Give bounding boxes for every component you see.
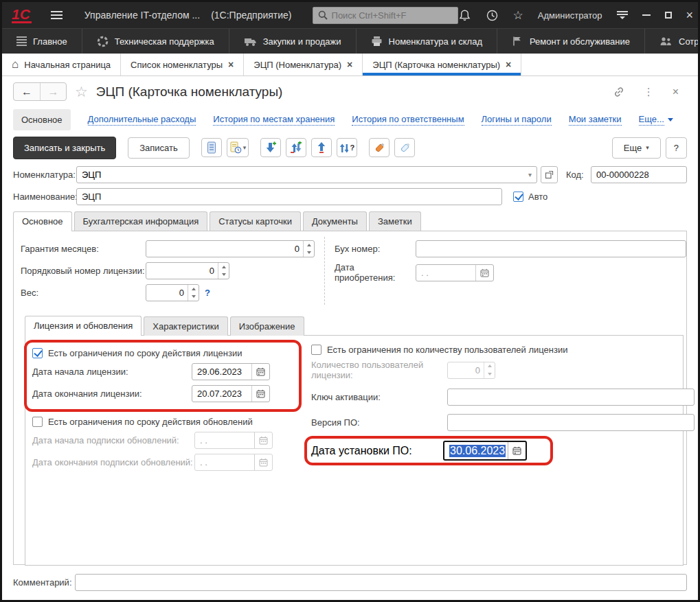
service-menu-icon[interactable] [617, 11, 628, 19]
spin-up-icon[interactable] [218, 263, 229, 271]
license-end-input[interactable]: 20.07.2023 [192, 385, 270, 402]
weight-spinner[interactable]: 0 [146, 284, 199, 301]
warranty-spinner[interactable]: 0 [146, 240, 315, 257]
spin-down-icon[interactable] [218, 271, 229, 279]
save-button[interactable]: Записать [128, 137, 190, 159]
global-search[interactable] [313, 7, 458, 24]
license-start-input[interactable]: 29.06.2023 [192, 363, 270, 380]
section-repair-service[interactable]: Ремонт и обслуживание [497, 29, 645, 54]
limit-upd-checkbox[interactable] [32, 417, 43, 427]
spin-up-icon[interactable] [304, 241, 314, 249]
calendar-icon[interactable] [254, 432, 272, 448]
more-actions-dots-icon[interactable]: ⋮ [644, 86, 654, 98]
forward-button[interactable]: → [40, 83, 66, 100]
tab-license-updates[interactable]: Лицензия и обновления [25, 316, 142, 336]
spin-down-icon[interactable] [188, 293, 199, 301]
accnum-input[interactable] [416, 240, 686, 257]
nav-logins-passwords[interactable]: Логины и пароли [482, 114, 552, 126]
purchase-date-input[interactable]: . . [416, 264, 494, 281]
tab-image[interactable]: Изображение [230, 316, 304, 336]
tab-osnovnoe[interactable]: Основное [13, 211, 72, 231]
spin-down-icon[interactable] [304, 249, 314, 257]
spin-buttons[interactable] [218, 263, 229, 279]
more-button[interactable]: Еще ▾ [612, 137, 661, 159]
updown-add-button[interactable] [286, 138, 306, 157]
save-close-button[interactable]: Записать и закрыть [13, 137, 116, 159]
favorites-star-icon[interactable]: ☆ [513, 10, 523, 21]
nomenclature-combo[interactable]: ▾ [76, 166, 537, 183]
users-count-spinner[interactable]: 0 [447, 362, 495, 379]
version-input[interactable] [447, 414, 695, 431]
calendar-icon[interactable] [251, 386, 269, 402]
tab-characteristics[interactable]: Характеристики [144, 316, 227, 336]
help-button[interactable]: ? [666, 137, 687, 159]
section-nomenclature-warehouse[interactable]: Номенклатура и склад [357, 29, 497, 54]
nav-storage-history[interactable]: История по местам хранения [213, 114, 335, 126]
tab-documents[interactable]: Документы [303, 211, 367, 231]
spin-up-icon[interactable] [188, 285, 199, 293]
add-down-button[interactable] [260, 138, 281, 157]
notifications-bell-icon[interactable] [458, 9, 471, 22]
spin-up-icon[interactable] [484, 362, 495, 371]
nav-osnovnoe[interactable]: Основное [13, 109, 71, 130]
nav-additional-costs[interactable]: Дополнительные расходы [88, 114, 196, 126]
name-input[interactable] [76, 188, 502, 205]
calendar-icon[interactable] [254, 454, 272, 470]
tab-nomenclature-list[interactable]: Список номенклатуры × [121, 54, 244, 76]
section-tech-support[interactable]: Техническая поддержка [82, 29, 229, 54]
back-button[interactable]: ← [14, 83, 40, 100]
nav-more[interactable]: Еще... [639, 114, 673, 126]
minimize-icon[interactable] [642, 14, 651, 16]
maximize-icon[interactable] [665, 12, 672, 19]
window-close-icon[interactable]: × [686, 8, 694, 23]
nav-my-notes[interactable]: Мои заметки [569, 114, 622, 126]
calendar-icon[interactable] [475, 265, 493, 281]
spin-down-icon[interactable] [484, 370, 495, 378]
tab-close-icon[interactable]: × [228, 59, 234, 70]
section-employees[interactable]: Сотруд [645, 29, 698, 54]
form-close-icon[interactable]: × [673, 86, 679, 98]
activation-key-input[interactable] [447, 389, 695, 406]
nav-responsible-history[interactable]: История по ответственным [352, 114, 464, 126]
tab-notes[interactable]: Заметки [369, 211, 421, 231]
code-input[interactable] [591, 166, 687, 183]
tab-accounting-info[interactable]: Бухгалтерская информация [74, 211, 208, 231]
comment-input[interactable] [75, 574, 687, 591]
up-remove-button[interactable] [311, 138, 332, 157]
tab-close-icon[interactable]: × [347, 59, 352, 70]
tab-close-icon[interactable]: × [506, 59, 511, 70]
section-glavnoe[interactable]: Главное [2, 29, 82, 54]
main-menu-icon[interactable] [51, 11, 63, 19]
tab-ecp-card[interactable]: ЭЦП (Карточка номенклатуры) × [363, 54, 521, 76]
favorite-star-icon[interactable]: ☆ [75, 84, 88, 100]
get-link-icon[interactable] [613, 86, 625, 98]
calendar-icon[interactable] [508, 442, 526, 459]
tab-card-statuses[interactable]: Статусы карточки [210, 211, 301, 231]
limit-term-checkbox[interactable] [32, 348, 43, 358]
calendar-icon[interactable] [251, 364, 269, 380]
open-nomenclature-button[interactable] [541, 166, 558, 183]
tab-home[interactable]: ⌂ Начальная страница [2, 54, 121, 76]
history-icon[interactable] [486, 9, 499, 22]
nomenclature-input[interactable] [77, 170, 523, 180]
spin-buttons[interactable] [303, 241, 314, 257]
weight-help-link[interactable]: ? [205, 288, 210, 298]
spin-buttons[interactable] [484, 362, 495, 378]
spin-buttons[interactable] [188, 285, 199, 301]
search-input[interactable] [332, 10, 453, 21]
current-user[interactable]: Администратор [538, 10, 602, 21]
install-date-input[interactable]: 30.06.2023 [443, 441, 527, 461]
updown-question-button[interactable]: ? [337, 138, 357, 157]
section-purchases-sales[interactable]: Закупки и продажи [229, 29, 357, 54]
structure-button[interactable] [201, 138, 222, 157]
chevron-down-icon[interactable]: ▾ [523, 171, 537, 178]
doc-history-button[interactable]: ▾ [227, 138, 249, 157]
serial-spinner[interactable]: 0 [146, 262, 229, 279]
flash-drive-orange-button[interactable] [369, 138, 389, 157]
upd-end-input[interactable]: . . [194, 454, 273, 471]
upd-start-input[interactable]: . . [194, 432, 273, 449]
tab-ecp-nomenclature[interactable]: ЭЦП (Номенклатура) × [244, 54, 363, 76]
limit-users-checkbox[interactable] [311, 345, 321, 355]
auto-checkbox[interactable] [513, 192, 523, 202]
flash-drive-blue-button[interactable] [394, 138, 415, 157]
